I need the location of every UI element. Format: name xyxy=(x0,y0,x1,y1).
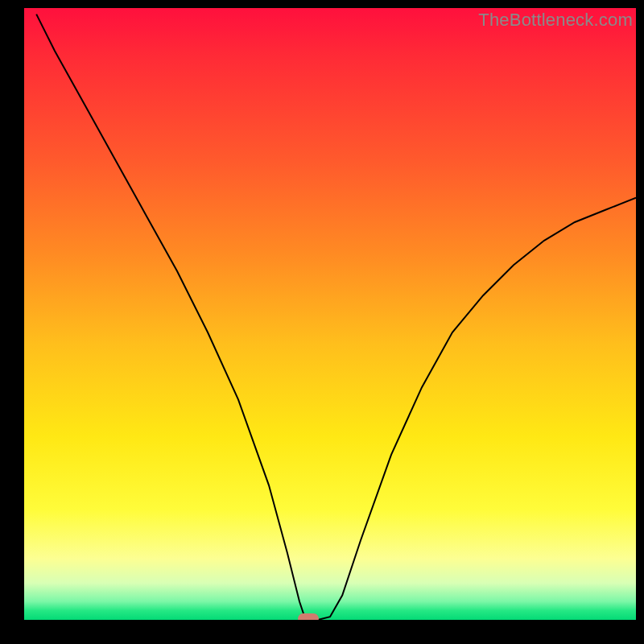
watermark-text: TheBottleneck.com xyxy=(478,10,633,31)
chart-frame xyxy=(0,0,644,644)
